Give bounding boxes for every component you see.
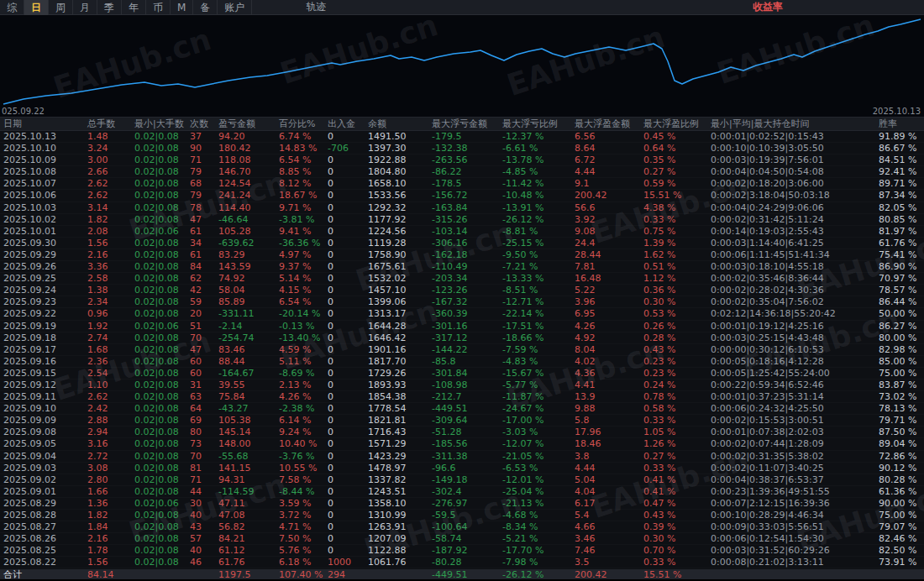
table-row[interactable]: 2025.09.241.380.02|0.084258.044.15 %0145… (0, 285, 924, 296)
menu-item-2[interactable]: 周 (49, 0, 73, 15)
menu-item-0[interactable]: 综 (0, 0, 24, 15)
column-header-7[interactable]: 余额 (365, 118, 428, 130)
table-row[interactable]: 2025.09.102.420.02|0.0864-43.27-2.38 %01… (0, 403, 924, 415)
table-cell: 1.78 (84, 545, 131, 556)
table-row[interactable]: 2025.10.062.620.02|0.0879241.2418.67 %01… (0, 190, 924, 202)
table-row[interactable]: 2025.09.033.080.02|0.0881141.1510.55 %01… (0, 463, 924, 474)
table-cell: 56.82 (215, 521, 276, 532)
table-row[interactable]: 2025.09.152.540.02|0.0860-164.67-8.69 %0… (0, 368, 924, 379)
table-row[interactable]: 2025.10.082.660.02|0.0879146.708.85 %018… (0, 166, 924, 178)
table-cell: 1.82 (84, 214, 131, 225)
table-cell: 5.4 (571, 510, 640, 521)
table-cell: 83.87 % (875, 379, 924, 390)
menu-item-4[interactable]: 季 (97, 0, 122, 15)
table-cell: 2.13 % (276, 379, 324, 390)
column-header-3[interactable]: 次数 (186, 118, 215, 130)
table-cell: 13.9 (571, 391, 640, 402)
table-row[interactable]: 2025.08.281.820.02|0.084047.083.72 %0131… (0, 510, 924, 521)
table-row[interactable]: 2025.09.082.940.02|0.0880145.149.24 %017… (0, 427, 924, 438)
table-row[interactable]: 2025.08.262.160.02|0.085784.217.50 %0120… (0, 533, 924, 545)
table-cell: 0 (324, 403, 365, 414)
table-cell: 2025.09.09 (0, 415, 84, 426)
table-row[interactable]: 2025.09.112.620.02|0.086375.844.26 %0185… (0, 391, 924, 403)
menu-item-trajectory[interactable]: 轨迹 (299, 0, 333, 14)
column-header-2[interactable]: 最小|大手数 (131, 118, 186, 130)
table-row[interactable]: 2025.10.093.000.02|0.0871118.086.54 %019… (0, 154, 924, 166)
table-cell: 0 (324, 178, 365, 189)
table-row[interactable]: 2025.09.042.720.02|0.0870-55.68-3.76 %01… (0, 451, 924, 463)
table-cell: 20 (186, 308, 215, 319)
footer-cell: 15.51 % (640, 569, 707, 581)
table-row[interactable]: 2025.08.271.840.02|0.084356.824.71 %0126… (0, 521, 924, 533)
menu-item-6[interactable]: 币 (146, 0, 171, 15)
menu-item-3[interactable]: 月 (73, 0, 97, 15)
column-header-6[interactable]: 出入金 (324, 118, 365, 130)
table-cell: 2025.08.27 (0, 521, 84, 532)
table-cell: 0.02|0.08 (131, 521, 186, 532)
table-cell: 0 (324, 486, 365, 497)
table-row[interactable]: 2025.08.251.780.02|0.084061.125.76 %0112… (0, 545, 924, 557)
menu-item-8[interactable]: 备 (193, 0, 218, 15)
table-row[interactable]: 2025.09.162.360.02|0.086088.445.11 %0181… (0, 356, 924, 368)
table-row[interactable]: 2025.09.191.920.02|0.0651-2.14-0.13 %016… (0, 321, 924, 332)
table-cell: 90 (186, 143, 215, 154)
column-header-10[interactable]: 最大浮盈金额 (571, 118, 640, 130)
table-row[interactable]: 2025.08.291.360.02|0.063047.113.59 %0135… (0, 498, 924, 510)
table-cell: 4.41 (571, 379, 640, 390)
table-row[interactable]: 2025.09.092.880.02|0.0869105.386.14 %018… (0, 415, 924, 427)
table-row[interactable]: 2025.10.103.240.02|0.0890180.4214.83 %-7… (0, 143, 924, 154)
table-row[interactable]: 2025.09.022.800.02|0.087194.317.58 %0133… (0, 474, 924, 486)
table-cell: -10.48 % (499, 190, 571, 201)
table-row[interactable]: 2025.09.252.580.02|0.086274.925.14 %0153… (0, 273, 924, 285)
table-row[interactable]: 2025.09.171.680.02|0.084783.464.59 %0190… (0, 344, 924, 356)
column-header-9[interactable]: 最大浮亏比例 (499, 118, 571, 130)
table-cell: -309.64 (428, 415, 499, 426)
table-row[interactable]: 2025.09.121.100.02|0.083139.552.13 %0189… (0, 379, 924, 391)
menu-item-7[interactable]: M (171, 0, 193, 15)
table-row[interactable]: 2025.09.011.660.02|0.0844-114.59-8.44 %0… (0, 486, 924, 498)
column-header-11[interactable]: 最大浮盈比例 (640, 118, 707, 130)
table-row[interactable]: 2025.09.232.340.02|0.085985.896.54 %0139… (0, 296, 924, 308)
table-cell: 2025.09.24 (0, 285, 84, 296)
table-cell: -331.11 (215, 308, 276, 319)
column-header-5[interactable]: 百分比% (276, 118, 324, 130)
table-row[interactable]: 2025.09.292.160.02|0.086183.294.97 %0175… (0, 249, 924, 261)
table-cell: -8.51 % (499, 285, 571, 296)
table-row[interactable]: 2025.09.053.160.02|0.0873148.0010.40 %01… (0, 438, 924, 450)
column-header-4[interactable]: 盈亏金额 (215, 118, 276, 130)
menu-item-5[interactable]: 年 (122, 0, 146, 15)
menu-item-9[interactable]: 账户 (218, 0, 252, 15)
table-row[interactable]: 2025.09.182.740.02|0.0870-254.74-13.40 %… (0, 332, 924, 344)
table-row[interactable]: 2025.09.301.560.02|0.0834-639.62-36.36 %… (0, 238, 924, 249)
table-cell: 0 (324, 451, 365, 462)
table-cell: 0:00:02|0:35:46|8:36:44 (707, 273, 875, 284)
table-row[interactable]: 2025.09.220.960.02|0.0820-331.11-20.14 %… (0, 308, 924, 320)
table-cell: -0.13 % (276, 321, 324, 332)
table-cell: 17.96 (571, 427, 640, 437)
column-header-0[interactable]: 日期 (0, 118, 84, 130)
table-cell: 0.53 % (640, 308, 707, 319)
table-row[interactable]: 2025.10.072.620.02|0.0868124.548.12 %016… (0, 178, 924, 190)
table-cell: 9.08 (571, 226, 640, 237)
table-row[interactable]: 2025.10.131.480.02|0.083794.206.74 %0149… (0, 131, 924, 143)
table-row[interactable]: 2025.10.033.140.02|0.0878114.409.71 %012… (0, 202, 924, 214)
column-header-12[interactable]: 最小|平均|最大持仓时间 (707, 118, 875, 130)
table-cell: 4.59 % (276, 344, 324, 355)
menu-item-1[interactable]: 日 (24, 0, 49, 15)
table-cell: 1.56 (84, 557, 131, 568)
table-cell: 85.00 % (875, 356, 924, 367)
table-row[interactable]: 2025.10.021.820.02|0.0847-46.64-3.81 %01… (0, 214, 924, 226)
table-row[interactable]: 2025.08.221.560.02|0.084661.766.18 %1000… (0, 557, 924, 568)
table-cell: 2.36 (84, 356, 131, 367)
table-cell: 40 (186, 545, 215, 556)
footer-cell: 1197.5 (215, 569, 276, 581)
column-header-1[interactable]: 总手数 (84, 118, 131, 130)
column-header-8[interactable]: 最大浮亏金额 (428, 118, 499, 130)
top-right-label: 收益率 (753, 0, 783, 14)
table-row[interactable]: 2025.09.263.360.02|0.0884143.599.37 %016… (0, 261, 924, 273)
column-header-13[interactable]: 胜率 (875, 118, 924, 130)
table-cell: 79.07 % (875, 521, 924, 532)
table-cell: -58.74 (428, 533, 499, 544)
table-row[interactable]: 2025.10.012.080.02|0.0661105.289.41 %012… (0, 226, 924, 238)
table-cell: 0.02|0.08 (131, 261, 186, 272)
